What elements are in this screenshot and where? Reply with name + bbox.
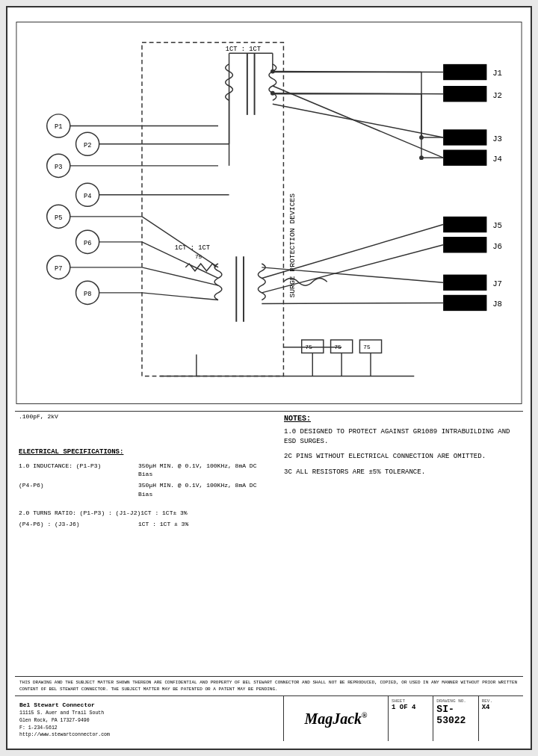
main-border: SURGE PROTECTION DEVICES J1 J2 J3 J4 J5 <box>6 6 532 750</box>
spec-row-2: (P4-P6) 350μH MIN. @ 0.1V, 100KHz, 8mA D… <box>19 481 262 498</box>
p7-label: P7 <box>55 265 62 273</box>
svg-point-69 <box>419 155 424 160</box>
capacitor-label: .100pF, 2kV <box>19 413 58 420</box>
svg-line-41 <box>262 303 443 303</box>
svg-point-68 <box>419 135 424 140</box>
drawing-no-cell: DRAWING NO. SI-53022 <box>433 696 478 741</box>
electrical-specs: ELECTRICAL SPECIFICATIONS: 1.0 INDUCTANC… <box>19 448 262 531</box>
svg-line-22 <box>273 104 443 137</box>
spec-row-1: 1.0 INDUCTANCE: (P1-P3) 350μH MIN. @ 0.1… <box>19 462 262 478</box>
company-address: 11115 S. Auer and Trail SouthGlen Rock, … <box>19 710 279 731</box>
svg-rect-1 <box>142 43 283 377</box>
j3-label: J3 <box>492 134 502 143</box>
spec-value-3: 1CT : 1CT± 3% <box>140 509 262 517</box>
logo-text: MagJack® <box>304 710 367 728</box>
spec-label-3: 2.0 TURNS RATIO: (P1-P3) : (J1-J2) <box>19 509 140 517</box>
svg-rect-3 <box>443 86 486 102</box>
p2-label: P2 <box>84 142 91 149</box>
j1-label: J1 <box>492 69 502 78</box>
company-website: http://www.stewartconnector.com <box>19 731 279 739</box>
footer-sheet: SHEET 1 OF 4 DRAWING NO. SI-53022 REV. X… <box>389 696 523 741</box>
svg-rect-9 <box>443 295 486 311</box>
svg-line-58 <box>142 293 218 300</box>
note-2: 2C PINS WITHOUT ELECTRICAL CONNECTION AR… <box>284 452 519 462</box>
footer-company: Bel Stewart Connector 11115 S. Auer and … <box>15 696 284 741</box>
p4-label: P4 <box>84 193 91 200</box>
resistor75-2-label: 75 <box>306 344 313 350</box>
footer-disclaimer: THIS DRAWING AND THE SUBJECT MATTER SHOW… <box>15 677 523 696</box>
spec-value-4: 1CT : 1CT ± 3% <box>138 520 262 528</box>
elec-specs-title: ELECTRICAL SPECIFICATIONS: <box>19 448 262 456</box>
j6-label: J6 <box>492 242 502 251</box>
svg-rect-5 <box>443 149 486 165</box>
divider-line <box>15 411 523 412</box>
spec-value-1: 350μH MIN. @ 0.1V, 100KHz, 8mA DC Bias <box>138 462 262 478</box>
transformer1-label: 1CT : 1CT <box>226 46 261 53</box>
footer: THIS DRAWING AND THE SUBJECT MATTER SHOW… <box>15 676 523 741</box>
footer-sheet-row-labels: SHEET 1 OF 4 DRAWING NO. SI-53022 REV. X… <box>389 696 523 741</box>
spd-label: SURGE PROTECTION DEVICES <box>288 193 297 298</box>
note-3: 3C ALL RESISTORS ARE ±5% TOLERANCE. <box>284 468 519 477</box>
svg-rect-8 <box>443 275 486 291</box>
svg-rect-2 <box>443 64 486 80</box>
j7-label: J7 <box>492 279 502 288</box>
note-1: 1.0 DESIGNED TO PROTECT AGAINST GR1089 I… <box>284 427 519 446</box>
sheet-label: SHEET 1 OF 4 <box>389 696 433 741</box>
p5-label: P5 <box>55 214 62 222</box>
p6-label: P6 <box>84 240 91 247</box>
footer-bottom: Bel Stewart Connector 11115 S. Auer and … <box>15 696 523 741</box>
spec-label-2: (P4-P6) <box>19 481 138 498</box>
company-name: Bel Stewart Connector <box>19 701 279 710</box>
resistor75-1-label: 75 <box>195 254 202 260</box>
schematic-svg: SURGE PROTECTION DEVICES J1 J2 J3 J4 J5 <box>15 15 523 411</box>
spec-label-1: 1.0 INDUCTANCE: (P1-P3) <box>19 462 138 478</box>
rev-value: X4 <box>482 704 520 711</box>
drawing-no-value: SI-53022 <box>436 704 474 726</box>
notes-title: NOTES: <box>284 415 519 423</box>
j5-label: J5 <box>492 221 502 230</box>
svg-rect-4 <box>443 129 486 145</box>
rev-cell: REV. X4 <box>479 696 523 741</box>
p8-label: P8 <box>84 291 91 298</box>
page: SURGE PROTECTION DEVICES J1 J2 J3 J4 J5 <box>0 0 538 756</box>
resistor75-4-label: 75 <box>363 344 371 350</box>
j2-label: J2 <box>492 91 502 100</box>
p3-label: P3 <box>55 164 62 171</box>
footer-logo: MagJack® <box>284 696 389 741</box>
sheet-value: 1 OF 4 <box>392 704 430 711</box>
svg-point-48 <box>270 91 275 96</box>
schematic-area: SURGE PROTECTION DEVICES J1 J2 J3 J4 J5 <box>15 15 523 411</box>
notes-section: NOTES: 1.0 DESIGNED TO PROTECT AGAINST G… <box>284 415 519 483</box>
spec-row-4: (P4-P6) : (J3-J6) 1CT : 1CT ± 3% <box>19 520 262 528</box>
svg-line-23 <box>273 86 443 158</box>
svg-rect-6 <box>443 217 486 232</box>
j4-label: J4 <box>492 155 502 164</box>
svg-rect-7 <box>443 237 486 252</box>
p1-label: P1 <box>55 123 62 131</box>
spec-row-3: 2.0 TURNS RATIO: (P1-P3) : (J1-J2) 1CT :… <box>19 509 262 517</box>
spec-value-2: 350μH MIN. @ 0.1V, 100KHz, 8mA DC Bias <box>138 481 262 498</box>
j8-label: J8 <box>492 300 502 309</box>
resistor75-3-label: 75 <box>334 344 341 350</box>
spec-label-4: (P4-P6) : (J3-J6) <box>19 520 138 528</box>
